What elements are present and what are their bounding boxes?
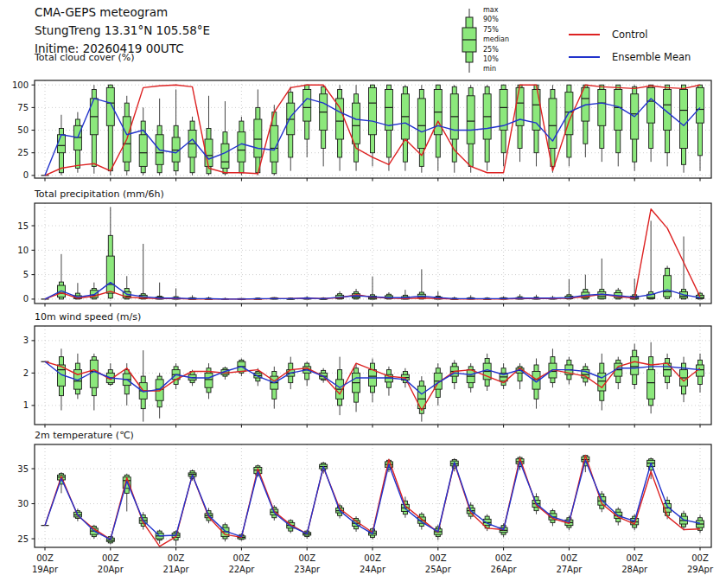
svg-text:00Z: 00Z <box>233 553 251 563</box>
svg-text:30: 30 <box>17 499 29 508</box>
svg-text:21Apr: 21Apr <box>163 565 190 574</box>
svg-text:00Z: 00Z <box>364 553 381 563</box>
meteogram-page: CMA-GEPS meteogram StungTreng 13.31°N 10… <box>0 0 726 588</box>
svg-text:3: 3 <box>23 336 29 345</box>
svg-text:5: 5 <box>23 270 29 279</box>
svg-text:00Z: 00Z <box>561 553 578 563</box>
svg-text:29Apr: 29Apr <box>687 565 714 574</box>
svg-text:00Z: 00Z <box>430 553 447 563</box>
meteogram-chart-canvas: 025507510005101512325303500Z19Apr00Z20Ap… <box>0 0 726 588</box>
panel-cloud-plot: 0255075100 <box>12 80 711 182</box>
panel-wind-plot: 123 <box>23 326 711 428</box>
svg-text:00Z: 00Z <box>298 553 315 563</box>
svg-text:00Z: 00Z <box>36 553 54 563</box>
svg-text:27Apr: 27Apr <box>556 565 583 574</box>
svg-text:35: 35 <box>17 464 29 474</box>
svg-text:75: 75 <box>17 103 29 112</box>
svg-text:20Apr: 20Apr <box>98 565 124 574</box>
svg-text:25: 25 <box>17 534 29 544</box>
svg-text:15: 15 <box>17 221 29 231</box>
svg-text:25: 25 <box>17 148 29 157</box>
svg-text:25Apr: 25Apr <box>425 565 452 574</box>
svg-text:00Z: 00Z <box>495 553 513 563</box>
svg-text:00Z: 00Z <box>168 553 185 563</box>
panel-temp-plot: 253035 <box>17 444 711 551</box>
svg-text:00Z: 00Z <box>102 553 119 563</box>
svg-text:26Apr: 26Apr <box>491 565 518 574</box>
svg-text:28Apr: 28Apr <box>621 565 648 574</box>
svg-text:100: 100 <box>12 80 29 90</box>
x-axis-labels: 00Z19Apr00Z20Apr00Z21Apr00Z22Apr00Z23Apr… <box>32 553 714 574</box>
svg-text:23Apr: 23Apr <box>294 565 321 574</box>
svg-text:1: 1 <box>23 400 29 410</box>
svg-text:50: 50 <box>17 125 29 135</box>
svg-text:2: 2 <box>23 368 29 378</box>
svg-text:24Apr: 24Apr <box>360 565 386 574</box>
svg-text:10: 10 <box>17 246 29 255</box>
svg-text:22Apr: 22Apr <box>228 565 255 574</box>
svg-text:19Apr: 19Apr <box>32 565 59 574</box>
svg-text:0: 0 <box>23 294 29 304</box>
panel-precip-plot: 051015 <box>17 203 711 307</box>
svg-text:00Z: 00Z <box>691 553 709 563</box>
svg-text:00Z: 00Z <box>626 553 643 563</box>
svg-text:0: 0 <box>23 170 29 180</box>
